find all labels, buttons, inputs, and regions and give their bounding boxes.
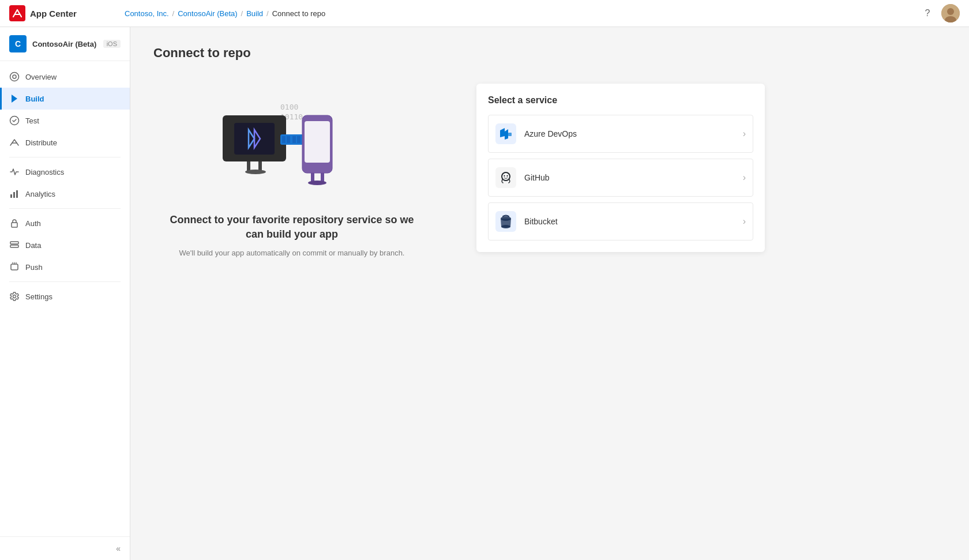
distribute-icon: [9, 137, 20, 148]
sidebar-item-analytics[interactable]: Analytics: [0, 183, 130, 205]
app-info: C ContosoAir (Beta) iOS: [0, 27, 130, 61]
breadcrumb: Contoso, Inc. / ContosoAir (Beta) / Buil…: [125, 9, 921, 18]
app-center-logo: App Center: [9, 5, 125, 21]
svg-rect-29: [297, 136, 301, 143]
overview-icon: [9, 72, 20, 82]
page-title: Connect to repo: [153, 46, 946, 61]
svg-rect-26: [287, 136, 290, 143]
sidebar-nav: Overview Build Test: [0, 61, 130, 536]
service-card: Select a service Azure DevOps: [476, 84, 765, 252]
svg-point-40: [504, 175, 505, 176]
test-icon: [9, 115, 20, 126]
analytics-icon: [9, 189, 20, 199]
connect-subtext: We'll build your app automatically on co…: [179, 247, 405, 259]
svg-rect-11: [12, 223, 17, 227]
svg-rect-0: [9, 5, 25, 21]
sidebar-item-test[interactable]: Test: [0, 110, 130, 131]
svg-rect-36: [508, 133, 512, 136]
azure-devops-chevron: ›: [743, 129, 746, 139]
svg-point-2: [947, 8, 954, 15]
github-name: GitHub: [524, 173, 743, 182]
sidebar-item-analytics-label: Analytics: [25, 190, 55, 198]
azure-devops-logo: [495, 123, 516, 144]
sidebar-item-auth[interactable]: Auth: [0, 212, 130, 234]
sidebar-collapse-button[interactable]: «: [0, 536, 130, 560]
breadcrumb-current: Connect to repo: [272, 9, 326, 18]
settings-icon: [9, 291, 20, 302]
connect-heading: Connect to your favorite repository serv…: [170, 213, 414, 242]
breadcrumb-contoso[interactable]: Contoso, Inc.: [125, 9, 169, 18]
push-icon: [9, 262, 20, 272]
sidebar-item-push-label: Push: [25, 263, 43, 272]
svg-rect-10: [16, 190, 18, 198]
svg-point-41: [506, 175, 508, 176]
sidebar-item-data[interactable]: Data: [0, 234, 130, 256]
service-section-title: Select a service: [488, 95, 753, 106]
github-logo: [495, 167, 516, 188]
nav-divider-3: [9, 281, 121, 282]
svg-text:0100: 0100: [280, 103, 298, 111]
svg-point-4: [10, 73, 19, 81]
sidebar-item-distribute[interactable]: Distribute: [0, 131, 130, 153]
svg-rect-8: [10, 194, 12, 198]
sidebar-item-diagnostics-label: Diagnostics: [25, 168, 64, 176]
main-layout: C ContosoAir (Beta) iOS Overview: [0, 27, 969, 560]
help-button[interactable]: ?: [921, 6, 934, 20]
svg-point-44: [501, 225, 510, 228]
breadcrumb-sep-2: /: [241, 9, 243, 18]
connect-container: 0100 10110: [153, 84, 946, 259]
svg-point-5: [13, 75, 16, 78]
svg-rect-31: [305, 121, 330, 163]
sidebar-item-test-label: Test: [25, 116, 39, 125]
auth-icon: [9, 218, 20, 228]
svg-rect-28: [292, 136, 296, 143]
collapse-icon: «: [116, 544, 121, 553]
sidebar-item-overview[interactable]: Overview: [0, 66, 130, 88]
user-avatar[interactable]: [941, 4, 960, 22]
nav-divider-1: [9, 157, 121, 157]
breadcrumb-sep-1: /: [172, 9, 175, 18]
svg-rect-12: [10, 242, 18, 244]
app-platform-badge: iOS: [103, 40, 121, 48]
data-icon: [9, 240, 20, 250]
sidebar-item-build[interactable]: Build: [0, 88, 130, 110]
top-header: App Center Contoso, Inc. / ContosoAir (B…: [0, 0, 969, 27]
app-center-label: App Center: [30, 9, 77, 18]
sidebar-item-settings[interactable]: Settings: [0, 285, 130, 307]
sidebar-item-distribute-label: Distribute: [25, 138, 57, 147]
app-avatar: C: [9, 35, 27, 52]
build-icon: [9, 93, 20, 104]
app-center-logo-icon: [9, 5, 25, 21]
service-section: Select a service Azure DevOps: [476, 84, 765, 252]
svg-point-23: [245, 170, 266, 174]
svg-point-39: [502, 173, 509, 180]
service-item-bitbucket[interactable]: Bitbucket ›: [488, 202, 753, 240]
breadcrumb-sep-3: /: [266, 9, 269, 18]
sidebar-item-build-label: Build: [25, 95, 44, 103]
app-name-label: ContosoAir (Beta): [32, 40, 96, 48]
sidebar: C ContosoAir (Beta) iOS Overview: [0, 27, 130, 560]
bitbucket-chevron: ›: [743, 216, 746, 227]
illustration-section: 0100 10110: [153, 84, 430, 259]
svg-point-34: [308, 181, 326, 185]
diagnostics-icon: [9, 167, 20, 177]
svg-rect-14: [11, 264, 18, 270]
connect-illustration: 0100 10110: [205, 84, 378, 199]
svg-marker-6: [12, 95, 17, 103]
service-item-azure-devops[interactable]: Azure DevOps ›: [488, 115, 753, 153]
sidebar-item-overview-label: Overview: [25, 73, 57, 81]
breadcrumb-build[interactable]: Build: [246, 9, 263, 18]
svg-rect-13: [10, 245, 18, 247]
sidebar-item-push[interactable]: Push: [0, 256, 130, 278]
breadcrumb-app[interactable]: ContosoAir (Beta): [178, 9, 237, 18]
nav-divider-2: [9, 208, 121, 209]
service-item-github[interactable]: GitHub ›: [488, 159, 753, 197]
sidebar-item-data-label: Data: [25, 241, 41, 250]
main-content: Connect to repo 0100 10110: [130, 27, 969, 560]
sidebar-item-settings-label: Settings: [25, 292, 52, 301]
svg-rect-9: [13, 192, 15, 198]
header-actions: ?: [921, 4, 960, 22]
bitbucket-name: Bitbucket: [524, 217, 743, 226]
sidebar-item-diagnostics[interactable]: Diagnostics: [0, 161, 130, 183]
bitbucket-logo: [495, 211, 516, 232]
